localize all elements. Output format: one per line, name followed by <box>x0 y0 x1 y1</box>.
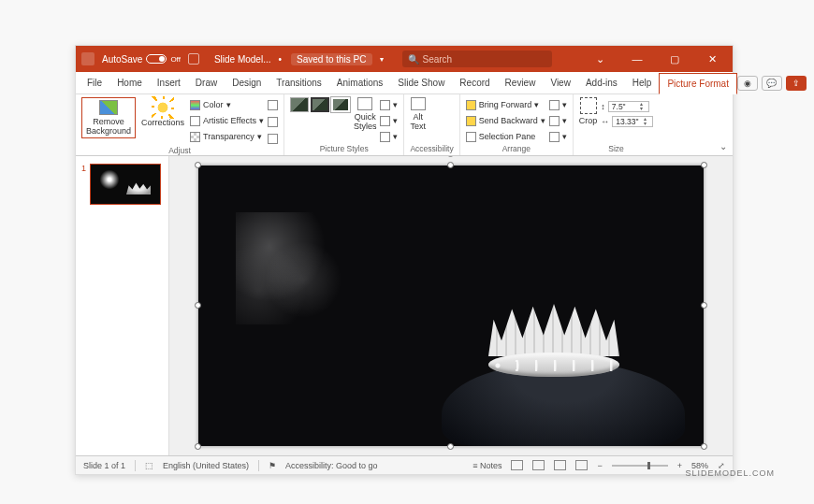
tab-help[interactable]: Help <box>625 72 660 94</box>
tab-slideshow[interactable]: Slide Show <box>390 72 452 94</box>
tab-record[interactable]: Record <box>452 72 497 94</box>
save-state-badge[interactable]: Saved to this PC <box>291 53 371 65</box>
compress-button[interactable] <box>268 97 278 112</box>
tab-animations[interactable]: Animations <box>329 72 390 94</box>
remove-background-button[interactable]: Remove Background <box>81 97 136 138</box>
tab-draw[interactable]: Draw <box>188 72 225 94</box>
quick-styles-button[interactable]: Quick Styles <box>354 97 377 131</box>
slide-thumbnail[interactable] <box>90 164 161 205</box>
chevron-down-icon: ▾ <box>562 100 567 109</box>
resize-handle[interactable] <box>447 162 454 168</box>
resize-handle[interactable] <box>195 443 201 450</box>
slideshow-view-button[interactable] <box>575 460 588 470</box>
style-gallery[interactable] <box>290 97 350 112</box>
style-thumb[interactable] <box>331 97 350 112</box>
selection-pane-button[interactable]: Selection Pane <box>466 129 545 144</box>
slide-counter[interactable]: Slide 1 of 1 <box>83 461 125 470</box>
style-thumb[interactable] <box>311 97 329 112</box>
tab-transitions[interactable]: Transitions <box>269 72 329 94</box>
crop-button[interactable]: Crop <box>579 97 598 125</box>
notes-button[interactable]: ≡ Notes <box>472 461 501 470</box>
corrections-button[interactable]: Corrections <box>139 97 186 129</box>
picture-border-button[interactable]: ▾ <box>380 97 398 112</box>
align-button[interactable]: ▾ <box>549 97 567 112</box>
search-box[interactable]: 🔍 Search <box>402 50 552 67</box>
toggle-switch-icon[interactable] <box>146 54 167 64</box>
width-input[interactable]: 13.33"▴▾ <box>612 116 653 127</box>
height-icon: ↕ <box>601 102 605 111</box>
normal-view-button[interactable] <box>511 460 523 470</box>
chevron-down-icon[interactable]: ▾ <box>380 55 384 64</box>
tab-review[interactable]: Review <box>498 72 544 94</box>
bring-forward-icon <box>466 100 476 110</box>
selected-picture[interactable] <box>198 166 704 446</box>
compress-icon <box>268 100 278 110</box>
tab-design[interactable]: Design <box>225 72 269 94</box>
chevron-down-icon: ▾ <box>226 100 231 109</box>
share-button[interactable]: ⇪ <box>786 76 807 91</box>
close-button[interactable]: ✕ <box>697 46 727 72</box>
change-picture-button[interactable] <box>268 114 278 129</box>
comments-button[interactable]: 💬 <box>762 76 782 91</box>
tab-insert[interactable]: Insert <box>150 72 188 94</box>
color-button[interactable]: Color▾ <box>190 97 264 112</box>
sorter-view-button[interactable] <box>532 460 545 470</box>
slide-edit-area[interactable] <box>169 156 733 455</box>
maximize-button[interactable]: ▢ <box>660 46 690 72</box>
tab-home[interactable]: Home <box>109 72 150 94</box>
picture-effects-button[interactable]: ▾ <box>380 113 398 128</box>
zoom-slider[interactable] <box>612 465 668 467</box>
app-icon <box>81 52 94 65</box>
align-icon <box>549 100 560 110</box>
chevron-down-icon: ▾ <box>534 100 539 109</box>
watermark: SLIDEMODEL.COM <box>685 468 775 478</box>
accessibility-status[interactable]: Accessibility: Good to go <box>285 461 378 470</box>
zoom-out-button[interactable]: − <box>597 461 602 470</box>
zoom-in-button[interactable]: + <box>677 461 682 470</box>
resize-handle[interactable] <box>701 443 707 450</box>
save-icon[interactable] <box>188 53 199 65</box>
camera-button[interactable]: ◉ <box>737 76 758 91</box>
style-thumb[interactable] <box>290 97 309 112</box>
collapse-ribbon-button[interactable]: ⌄ <box>720 141 727 151</box>
slide-thumbnails-pane[interactable]: 1 <box>76 156 169 455</box>
tab-addins[interactable]: Add-ins <box>578 72 625 94</box>
effects-icon <box>380 116 390 126</box>
bring-forward-button[interactable]: Bring Forward▾ <box>466 97 545 112</box>
tab-view[interactable]: View <box>543 72 578 94</box>
border-icon <box>380 100 390 110</box>
resize-handle[interactable] <box>701 162 707 168</box>
rotate-handle[interactable] <box>447 156 454 157</box>
picture-layout-button[interactable]: ▾ <box>380 129 398 144</box>
rotate-button[interactable]: ▾ <box>549 129 567 144</box>
height-input[interactable]: 7.5"▴▾ <box>608 101 649 112</box>
remove-background-icon <box>99 100 118 115</box>
resize-handle[interactable] <box>701 302 707 309</box>
transparency-icon <box>190 132 200 142</box>
tab-file[interactable]: File <box>80 72 109 94</box>
minimize-button[interactable]: — <box>622 46 652 72</box>
alt-text-button[interactable]: Alt Text <box>410 97 426 131</box>
file-name[interactable]: Slide Model... <box>214 54 271 65</box>
resize-handle[interactable] <box>447 443 454 450</box>
search-placeholder: Search <box>423 54 453 65</box>
ribbon-options-button[interactable]: ⌄ <box>585 46 615 72</box>
app-window: AutoSave Off Slide Model... • Saved to t… <box>75 45 734 475</box>
reset-picture-button[interactable] <box>268 131 278 146</box>
autosave-state: Off <box>170 55 181 64</box>
reading-view-button[interactable] <box>554 460 566 470</box>
send-backward-button[interactable]: Send Backward▾ <box>466 113 545 128</box>
search-icon: 🔍 <box>408 54 419 65</box>
artistic-effects-button[interactable]: Artistic Effects▾ <box>190 113 264 128</box>
dot-separator: • <box>279 54 283 65</box>
transparency-button[interactable]: Transparency▾ <box>190 129 264 144</box>
group-arrange: Bring Forward▾ Send Backward▾ Selection … <box>460 94 574 155</box>
autosave-label: AutoSave <box>102 54 142 65</box>
language-status[interactable]: English (United States) <box>163 461 249 470</box>
workspace: 1 <box>76 156 733 455</box>
resize-handle[interactable] <box>195 162 201 168</box>
tab-picture-format[interactable]: Picture Format <box>659 73 737 94</box>
resize-handle[interactable] <box>195 302 201 309</box>
autosave-toggle[interactable]: AutoSave Off <box>102 54 181 65</box>
group-button[interactable]: ▾ <box>549 113 567 128</box>
